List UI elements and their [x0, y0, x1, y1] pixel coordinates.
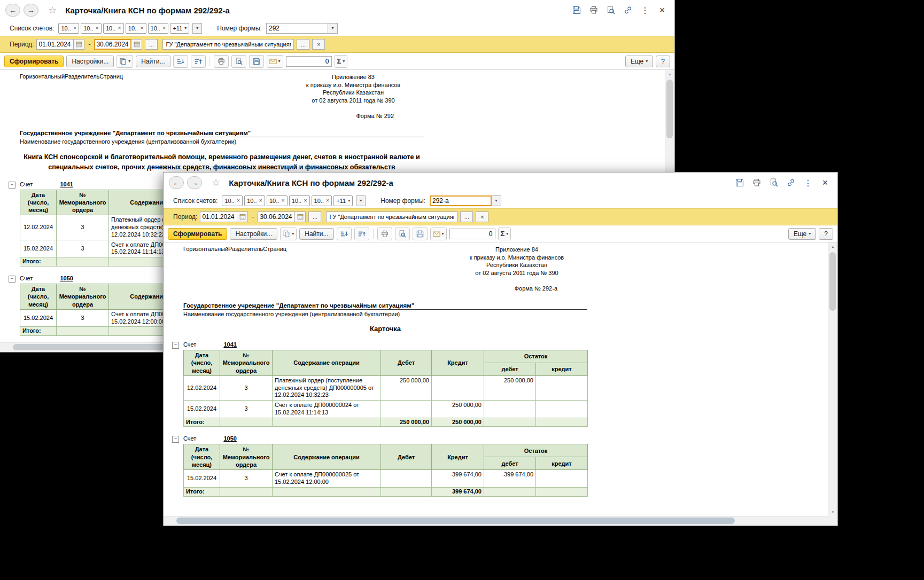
- accounts-dropdown-button[interactable]: ▾: [356, 195, 366, 206]
- form-number-input[interactable]: [430, 195, 492, 206]
- find-button[interactable]: Найти...: [136, 56, 170, 67]
- help-button[interactable]: ?: [656, 56, 670, 67]
- date-from-input[interactable]: [36, 39, 74, 50]
- form-number-dropdown-button[interactable]: ▾: [492, 195, 501, 206]
- generate-button[interactable]: Сформировать: [168, 228, 227, 240]
- account-number-link[interactable]: 1050: [223, 435, 236, 442]
- preview-icon[interactable]: [395, 228, 410, 240]
- account-tag[interactable]: 10..×: [103, 23, 124, 34]
- account-tag[interactable]: 10..×: [222, 195, 243, 206]
- settings-button[interactable]: Настройки...: [230, 228, 277, 240]
- settings-button[interactable]: Настройки...: [66, 56, 114, 67]
- help-button[interactable]: ?: [819, 228, 833, 240]
- horizontal-scrollbar[interactable]: [164, 516, 828, 526]
- calendar-icon[interactable]: [237, 211, 248, 222]
- sort-ascending-icon[interactable]: [337, 228, 352, 240]
- account-tag[interactable]: 10..×: [148, 23, 169, 34]
- sort-descending-icon[interactable]: [191, 55, 206, 68]
- organization-browse-button[interactable]: ...: [297, 39, 309, 50]
- print-icon[interactable]: [214, 55, 229, 68]
- more-menu-icon[interactable]: ⋮: [801, 176, 815, 189]
- preview-icon[interactable]: [604, 4, 618, 17]
- link-icon[interactable]: [784, 176, 798, 189]
- account-tag[interactable]: 10..×: [81, 23, 102, 34]
- vertical-scrollbar[interactable]: ▴ ▾: [828, 242, 837, 516]
- sum-split-button[interactable]: Σ▾: [335, 55, 348, 68]
- organization-clear-button[interactable]: ×: [476, 211, 488, 222]
- calendar-icon[interactable]: [74, 39, 84, 50]
- more-button[interactable]: Еще▾: [625, 56, 653, 67]
- close-icon[interactable]: ×: [818, 176, 832, 189]
- forward-button[interactable]: →: [187, 176, 202, 189]
- collapse-toggle-icon[interactable]: −: [9, 182, 15, 189]
- remove-tag-icon[interactable]: ×: [326, 198, 329, 203]
- form-number-input[interactable]: [266, 23, 328, 34]
- sort-ascending-icon[interactable]: [173, 55, 188, 68]
- sort-descending-icon[interactable]: [354, 228, 369, 240]
- form-number-dropdown-button[interactable]: ▾: [328, 23, 338, 34]
- remove-tag-icon[interactable]: ×: [237, 198, 240, 203]
- account-tag[interactable]: 10..×: [289, 195, 310, 206]
- back-button[interactable]: ←: [169, 176, 184, 189]
- vertical-scroll-thumb[interactable]: [666, 80, 673, 138]
- close-icon[interactable]: ×: [655, 4, 669, 17]
- save-icon[interactable]: [249, 55, 264, 68]
- account-tag[interactable]: 10..×: [126, 23, 146, 34]
- generate-button[interactable]: Сформировать: [4, 56, 64, 67]
- collapse-toggle-icon[interactable]: −: [172, 436, 179, 443]
- rounding-input[interactable]: [286, 56, 332, 67]
- print-icon[interactable]: [587, 4, 601, 17]
- forward-button[interactable]: →: [24, 4, 38, 17]
- scroll-down-icon[interactable]: ▾: [828, 508, 837, 516]
- account-tag[interactable]: 10..×: [58, 23, 79, 34]
- sum-split-button[interactable]: Σ▾: [498, 228, 511, 240]
- remove-tag-icon[interactable]: ×: [96, 25, 99, 31]
- send-email-split-button[interactable]: ▾: [430, 228, 447, 240]
- collapse-toggle-icon[interactable]: −: [172, 342, 179, 349]
- favorite-star-icon[interactable]: ☆: [212, 177, 220, 189]
- period-more-button[interactable]: ...: [145, 39, 158, 50]
- copy-split-button[interactable]: ▾: [117, 55, 133, 68]
- preview-icon[interactable]: [231, 55, 246, 68]
- organization-browse-button[interactable]: ...: [460, 211, 473, 222]
- remove-tag-icon[interactable]: ×: [281, 198, 284, 203]
- remove-tag-icon[interactable]: ×: [259, 198, 262, 203]
- save-icon[interactable]: [570, 4, 584, 17]
- more-menu-icon[interactable]: ⋮: [638, 4, 652, 17]
- print-icon[interactable]: [377, 228, 392, 240]
- remove-tag-icon[interactable]: ×: [162, 25, 166, 31]
- rounding-input[interactable]: [449, 229, 495, 239]
- find-button[interactable]: Найти...: [299, 228, 333, 240]
- more-button[interactable]: Еще▾: [788, 228, 816, 240]
- collapse-toggle-icon[interactable]: −: [9, 276, 15, 283]
- account-number-link[interactable]: 1050: [60, 275, 73, 281]
- scroll-up-icon[interactable]: ▴: [665, 70, 674, 79]
- preview-icon[interactable]: [767, 176, 781, 189]
- account-tag[interactable]: 10..×: [312, 195, 332, 206]
- calendar-icon[interactable]: [295, 211, 306, 222]
- account-tag[interactable]: 10..×: [267, 195, 288, 206]
- accounts-dropdown-button[interactable]: ▾: [192, 23, 202, 34]
- date-to-input[interactable]: [258, 211, 295, 222]
- save-icon[interactable]: [413, 228, 428, 240]
- more-tags-chip[interactable]: +11▾: [170, 23, 189, 34]
- account-number-link[interactable]: 1041: [60, 181, 73, 187]
- period-more-button[interactable]: ...: [308, 211, 321, 222]
- favorite-star-icon[interactable]: ☆: [48, 4, 57, 16]
- account-number-link[interactable]: 1041: [223, 341, 236, 348]
- remove-tag-icon[interactable]: ×: [140, 25, 143, 31]
- more-tags-chip[interactable]: +11▾: [333, 195, 353, 206]
- scroll-up-icon[interactable]: ▴: [828, 242, 837, 251]
- horizontal-scroll-thumb[interactable]: [176, 518, 735, 524]
- copy-split-button[interactable]: ▾: [280, 228, 297, 240]
- account-tag[interactable]: 10..×: [244, 195, 265, 206]
- remove-tag-icon[interactable]: ×: [304, 198, 307, 203]
- calendar-icon[interactable]: [131, 39, 142, 50]
- send-email-split-button[interactable]: ▾: [267, 55, 283, 68]
- print-icon[interactable]: [750, 176, 764, 189]
- organization-input[interactable]: [326, 211, 457, 222]
- date-to-input[interactable]: [94, 39, 131, 50]
- organization-clear-button[interactable]: ×: [312, 39, 325, 50]
- remove-tag-icon[interactable]: ×: [118, 25, 121, 31]
- link-icon[interactable]: [621, 4, 635, 17]
